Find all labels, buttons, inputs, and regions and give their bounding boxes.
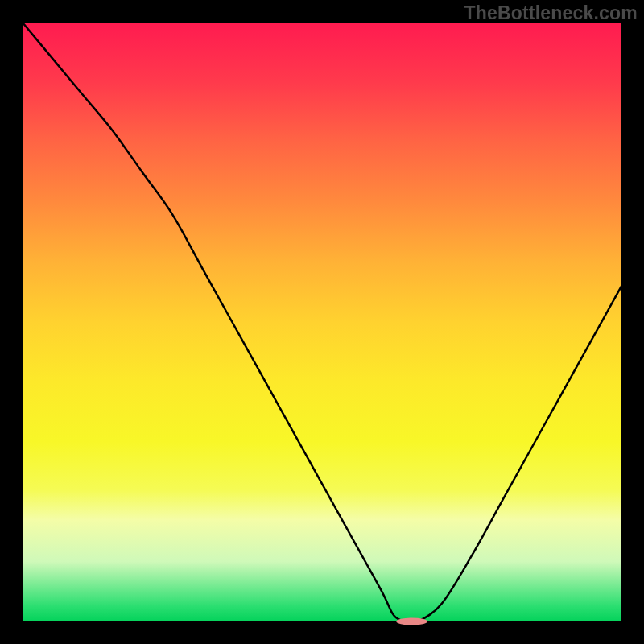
plot-area [23,23,621,621]
chart-frame: TheBottleneck.com [0,0,644,644]
plot-svg [23,23,621,621]
watermark-text: TheBottleneck.com [464,2,638,24]
bottleneck-curve [23,23,621,623]
optimum-marker [396,618,427,625]
